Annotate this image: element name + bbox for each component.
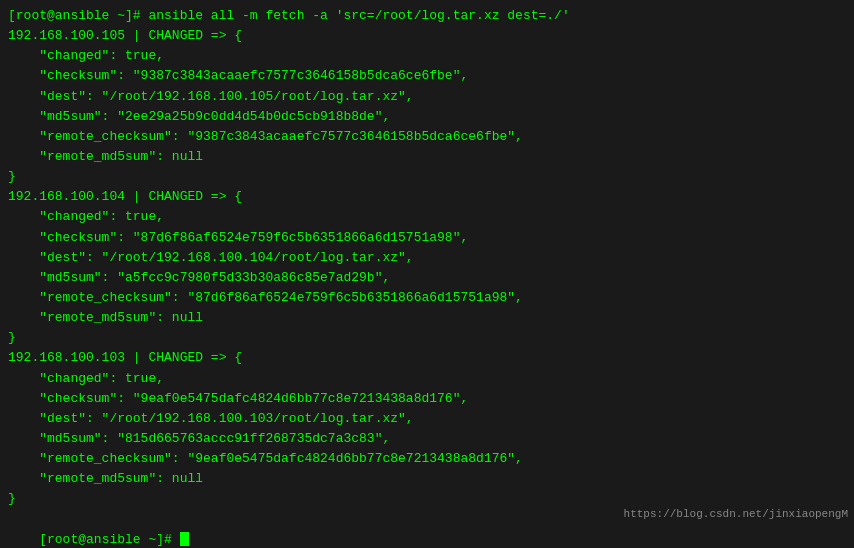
block2-closing: } bbox=[8, 328, 846, 348]
block2-field-2: "dest": "/root/192.168.100.104/root/log.… bbox=[8, 248, 846, 268]
block1-header: 192.168.100.105 | CHANGED => { bbox=[8, 26, 846, 46]
block1-field-4: "remote_checksum": "9387c3843acaaefc7577… bbox=[8, 127, 846, 147]
block1-field-3: "md5sum": "2ee29a25b9c0dd4d54b0dc5cb918b… bbox=[8, 107, 846, 127]
block1-field-1: "checksum": "9387c3843acaaefc7577c364615… bbox=[8, 66, 846, 86]
block2-field-1: "checksum": "87d6f86af6524e759f6c5b63518… bbox=[8, 228, 846, 248]
block1-closing: } bbox=[8, 167, 846, 187]
cursor-block bbox=[180, 532, 189, 546]
block2-field-5: "remote_md5sum": null bbox=[8, 308, 846, 328]
block2-field-3: "md5sum": "a5fcc9c7980f5d33b30a86c85e7ad… bbox=[8, 268, 846, 288]
block1-field-5: "remote_md5sum": null bbox=[8, 147, 846, 167]
block1-field-2: "dest": "/root/192.168.100.105/root/log.… bbox=[8, 87, 846, 107]
terminal-window: [root@ansible ~]# ansible all -m fetch -… bbox=[0, 0, 854, 548]
block1-field-0: "changed": true, bbox=[8, 46, 846, 66]
command-line: [root@ansible ~]# ansible all -m fetch -… bbox=[8, 6, 846, 26]
block3-field-1: "checksum": "9eaf0e5475dafc4824d6bb77c8e… bbox=[8, 389, 846, 409]
block2-header: 192.168.100.104 | CHANGED => { bbox=[8, 187, 846, 207]
block3-header: 192.168.100.103 | CHANGED => { bbox=[8, 348, 846, 368]
block3-field-3: "md5sum": "815d665763accc91ff268735dc7a3… bbox=[8, 429, 846, 449]
prompt-text: [root@ansible ~]# bbox=[39, 532, 179, 547]
block3-closing: } bbox=[8, 489, 846, 509]
block2-field-0: "changed": true, bbox=[8, 207, 846, 227]
block3-field-0: "changed": true, bbox=[8, 369, 846, 389]
block3-field-4: "remote_checksum": "9eaf0e5475dafc4824d6… bbox=[8, 449, 846, 469]
block3-field-2: "dest": "/root/192.168.100.103/root/log.… bbox=[8, 409, 846, 429]
block2-field-4: "remote_checksum": "87d6f86af6524e759f6c… bbox=[8, 288, 846, 308]
watermark-text: https://blog.csdn.net/jinxiaopengM bbox=[624, 508, 848, 520]
block3-field-5: "remote_md5sum": null bbox=[8, 469, 846, 489]
